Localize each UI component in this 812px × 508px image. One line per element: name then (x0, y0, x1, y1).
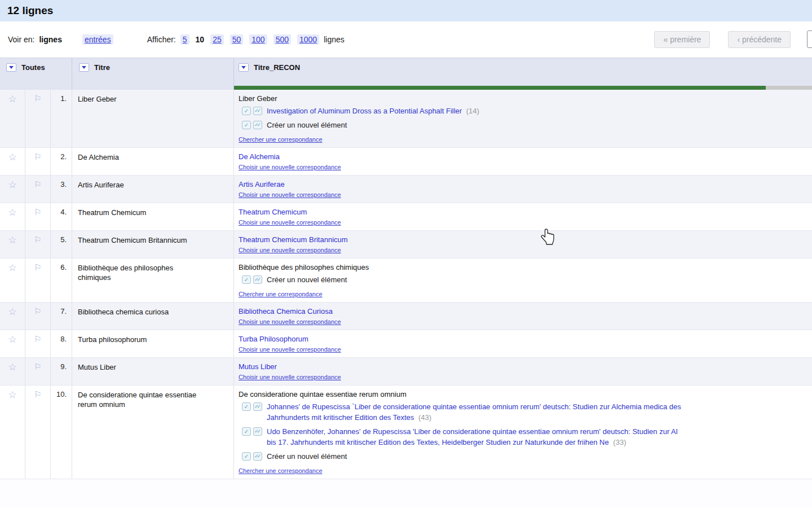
star-icon[interactable]: ☆ (8, 307, 16, 330)
cell-titre[interactable]: Turba philosophorum (72, 330, 234, 357)
match-one-icon[interactable]: ✓ (242, 402, 251, 411)
page-size-100[interactable]: 100 (249, 34, 267, 45)
star-icon[interactable]: ☆ (8, 94, 16, 147)
choose-new-match-link[interactable]: Choisir une nouvelle correspondance (239, 318, 341, 325)
flag-icon[interactable]: ⚐ (34, 208, 41, 230)
view-mode-records-link[interactable]: entrées (82, 34, 113, 45)
cell-titre[interactable]: Artis Auriferae (72, 176, 234, 203)
cell-titre-text: Artis Auriferae (78, 180, 197, 190)
table-row: ☆⚐2.De AlchemiaDe AlchemiaChoisir une no… (0, 148, 812, 176)
cell-titre[interactable]: Liber Geber (72, 90, 234, 147)
matched-value-link[interactable]: Theatrum Chemicum Britannicum (239, 235, 348, 244)
titre-column-menu-button[interactable] (79, 63, 89, 72)
flag-cell: ⚐ (25, 148, 51, 175)
cell-titre[interactable]: Bibliothèque des philosophes chimiques (72, 259, 234, 302)
matched-value-link[interactable]: De Alchemia (239, 152, 280, 161)
flag-icon[interactable]: ⚐ (34, 94, 41, 147)
match-one-icon[interactable]: ✓ (242, 121, 251, 129)
next-page-button-partial[interactable] (807, 30, 812, 48)
row-count-header: 12 lignes (0, 0, 812, 21)
page-size-500[interactable]: 500 (273, 34, 291, 45)
match-one-icon[interactable]: ✓ (242, 107, 251, 115)
flag-icon[interactable]: ⚐ (34, 362, 41, 385)
flag-cell: ⚐ (25, 303, 51, 330)
cell-titre[interactable]: Theatrum Chemicum (72, 203, 234, 230)
cell-titre[interactable]: De consideratione quintae essentiae reru… (72, 386, 234, 479)
candidate-link[interactable]: Investigation of Aluminum Dross as a Pot… (267, 107, 462, 115)
titre-column-label: Titre (94, 63, 110, 72)
match-all-icon[interactable]: ✓✓ (253, 107, 262, 115)
cell-titre-recon[interactable]: De consideratione quintae essentiae reru… (234, 386, 812, 479)
search-match-link[interactable]: Chercher une correspondance (239, 467, 323, 474)
candidate-link[interactable]: Jahrhunderts mit kritischer Edition des … (267, 413, 414, 422)
flag-icon[interactable]: ⚐ (34, 263, 41, 302)
match-all-icon[interactable]: ✓✓ (253, 402, 262, 411)
cell-titre-recon[interactable]: Bibliothèque des philosophes chimiques✓✓… (234, 259, 812, 302)
page-size-5[interactable]: 5 (180, 34, 189, 45)
cell-titre[interactable]: Theatrum Chemicum Britannicum (72, 231, 234, 258)
match-all-icon[interactable]: ✓✓ (253, 121, 262, 129)
cell-titre-recon[interactable]: Theatrum Chemicum BritannicumChoisir une… (234, 231, 812, 258)
cell-titre-recon[interactable]: Artis AuriferaeChoisir une nouvelle corr… (234, 176, 812, 203)
cell-titre-recon[interactable]: Turba PhilosophorumChoisir une nouvelle … (234, 330, 812, 357)
cell-titre[interactable]: Mutus Liber (72, 358, 234, 385)
candidate-link[interactable]: Johannes' de Rupescissa `Liber de consid… (267, 402, 681, 411)
cell-titre-recon[interactable]: Bibliotheca Chemica CuriosaChoisir une n… (234, 303, 812, 330)
flag-icon[interactable]: ⚐ (34, 335, 41, 357)
match-one-icon[interactable]: ✓ (242, 275, 251, 284)
cell-titre[interactable]: Bibliotheca chemica curiosa (72, 303, 234, 330)
candidate-link[interactable]: Udo Benzenhöfer, Johannes' de Rupescissa… (267, 427, 678, 436)
star-icon[interactable]: ☆ (8, 180, 16, 203)
cell-titre-recon[interactable]: Liber Geber✓✓✓Investigation of Aluminum … (234, 90, 812, 147)
flag-icon[interactable]: ⚐ (34, 180, 41, 203)
match-one-icon[interactable]: ✓ (242, 452, 251, 461)
star-icon[interactable]: ☆ (8, 362, 16, 385)
column-header-titre-recon: Titre_RECON (234, 58, 812, 90)
choose-new-match-link[interactable]: Choisir une nouvelle correspondance (239, 191, 341, 198)
star-cell: ☆ (0, 176, 25, 203)
create-new-row: ✓✓✓Créer un nouvel élément (242, 120, 812, 130)
page-size-50[interactable]: 50 (230, 34, 244, 45)
match-one-icon[interactable]: ✓ (242, 427, 251, 436)
row-index: 4. (51, 203, 72, 230)
flag-cell: ⚐ (25, 358, 51, 385)
choose-new-match-link[interactable]: Choisir une nouvelle correspondance (239, 346, 341, 353)
choose-new-match-link[interactable]: Choisir une nouvelle correspondance (239, 374, 341, 380)
flag-icon[interactable]: ⚐ (34, 307, 41, 330)
cell-titre[interactable]: De Alchemia (72, 148, 234, 175)
star-icon[interactable]: ☆ (8, 263, 16, 302)
matched-value-link[interactable]: Theatrum Chemicum (239, 208, 307, 216)
create-new-item-link[interactable]: Créer un nouvel élément (267, 452, 347, 461)
star-icon[interactable]: ☆ (8, 235, 16, 258)
star-icon[interactable]: ☆ (8, 208, 16, 230)
star-icon[interactable]: ☆ (8, 390, 16, 479)
all-column-menu-button[interactable] (6, 63, 16, 72)
matched-value-link[interactable]: Bibliotheca Chemica Curiosa (239, 307, 333, 316)
flag-icon[interactable]: ⚐ (34, 152, 41, 175)
search-match-link[interactable]: Chercher une correspondance (239, 136, 323, 143)
matched-value-link[interactable]: Turba Philosophorum (239, 335, 308, 343)
match-all-icon[interactable]: ✓✓ (253, 275, 262, 284)
flag-icon[interactable]: ⚐ (34, 390, 41, 479)
star-icon[interactable]: ☆ (8, 152, 16, 175)
search-match-link[interactable]: Chercher une correspondance (239, 291, 323, 297)
cell-titre-recon[interactable]: Theatrum ChemicumChoisir une nouvelle co… (234, 203, 812, 230)
page-size-25[interactable]: 25 (210, 34, 224, 45)
cell-titre-recon[interactable]: Mutus LiberChoisir une nouvelle correspo… (234, 358, 812, 385)
previous-page-button: ‹ précédente (728, 31, 791, 48)
matched-value-link[interactable]: Mutus Liber (239, 362, 277, 371)
titre-recon-column-menu-button[interactable] (239, 63, 249, 72)
match-all-icon[interactable]: ✓✓ (253, 427, 262, 436)
matched-value-link[interactable]: Artis Auriferae (239, 180, 285, 189)
match-all-icon[interactable]: ✓✓ (253, 452, 262, 461)
candidate-link[interactable]: bis 17. Jahrhunderts mit kritischer Edit… (267, 438, 609, 446)
create-new-item-link[interactable]: Créer un nouvel élément (267, 121, 347, 129)
choose-new-match-link[interactable]: Choisir une nouvelle correspondance (239, 219, 341, 226)
choose-new-match-link[interactable]: Choisir une nouvelle correspondance (239, 247, 341, 253)
flag-icon[interactable]: ⚐ (34, 235, 41, 258)
cell-titre-recon[interactable]: De AlchemiaChoisir une nouvelle correspo… (234, 148, 812, 175)
create-new-item-link[interactable]: Créer un nouvel élément (267, 275, 347, 284)
choose-new-match-link[interactable]: Choisir une nouvelle correspondance (239, 164, 341, 170)
page-size-1000[interactable]: 1000 (297, 34, 319, 45)
star-icon[interactable]: ☆ (8, 335, 16, 357)
